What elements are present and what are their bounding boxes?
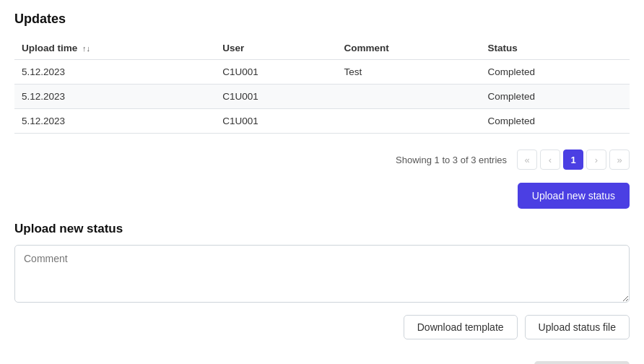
cell-comment [337, 109, 481, 134]
cell-upload_time: 5.12.2023 [14, 109, 215, 134]
upload-new-status-button[interactable]: Upload new status [518, 183, 630, 209]
cell-user: C1U001 [215, 84, 336, 109]
pagination-next-btn[interactable]: › [586, 150, 606, 170]
col-header-upload-time: Upload time ↑↓ [14, 37, 215, 60]
cell-comment [337, 84, 481, 109]
cell-status: Completed [481, 109, 630, 134]
download-template-button[interactable]: Download template [404, 315, 518, 339]
pagination-info: Showing 1 to 3 of 3 entries [396, 155, 507, 165]
cell-status: Completed [481, 60, 630, 84]
cell-comment: Test [337, 60, 481, 84]
updates-title: Updates [14, 12, 630, 27]
upload-section-title: Upload new status [14, 222, 630, 236]
bottom-buttons-row: Download template Upload status file [14, 315, 630, 339]
table-row: 5.12.2023C1U001Completed [14, 109, 630, 134]
pagination-page-1-btn[interactable]: 1 [563, 150, 583, 170]
cell-user: C1U001 [215, 109, 336, 134]
pagination-prev-btn[interactable]: ‹ [540, 150, 560, 170]
sort-icon: ↑↓ [82, 44, 90, 53]
updates-table: Upload time ↑↓ User Comment Status 5.12.… [14, 37, 630, 134]
pagination-row: Showing 1 to 3 of 3 entries « ‹ 1 › » [14, 142, 630, 177]
pagination-controls: « ‹ 1 › » [517, 150, 630, 170]
confirm-update-button[interactable]: Confirm update [534, 361, 630, 364]
confirm-row: Confirm update [14, 350, 630, 364]
cell-user: C1U001 [215, 60, 336, 84]
cell-status: Completed [481, 84, 630, 109]
pagination-first-btn[interactable]: « [517, 150, 537, 170]
table-row: 5.12.2023C1U001TestCompleted [14, 60, 630, 84]
col-header-comment: Comment [337, 37, 481, 60]
pagination-last-btn[interactable]: » [609, 150, 630, 170]
upload-status-file-button[interactable]: Upload status file [525, 315, 630, 339]
cell-upload_time: 5.12.2023 [14, 60, 215, 84]
comment-textarea[interactable] [14, 245, 630, 303]
table-row: 5.12.2023C1U001Completed [14, 84, 630, 109]
col-header-status: Status [481, 37, 630, 60]
cell-upload_time: 5.12.2023 [14, 84, 215, 109]
col-header-user: User [215, 37, 336, 60]
